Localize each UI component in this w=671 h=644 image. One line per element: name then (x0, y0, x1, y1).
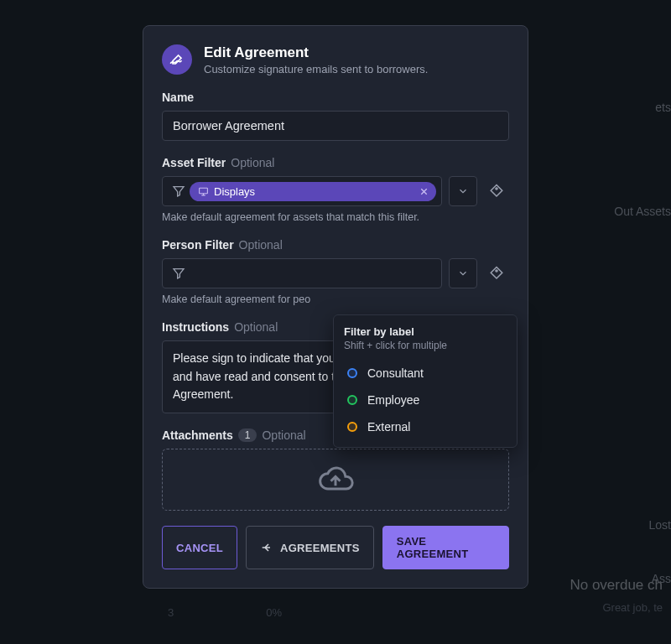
asset-filter-input[interactable]: Displays (162, 176, 442, 206)
modal-header: Edit Agreement Customize signature email… (162, 44, 509, 75)
tag-button[interactable] (484, 176, 509, 206)
modal-subtitle: Customize signature emails sent to borro… (204, 63, 428, 75)
chevron-down-icon (457, 267, 469, 279)
chevron-down-icon (457, 185, 469, 197)
svg-point-2 (496, 270, 497, 272)
field-name: Name (162, 91, 509, 141)
agreements-label: AGREEMENTS (280, 542, 360, 554)
person-filter-hint: Make default agreement for peo (162, 293, 509, 305)
optional-text: Optional (231, 156, 274, 169)
chip-remove-icon[interactable] (419, 186, 429, 197)
filter-by-label-popover: Filter by label Shift + click for multip… (333, 314, 518, 448)
attachments-label: Attachments (162, 428, 233, 442)
upload-cloud-icon (317, 461, 354, 498)
field-asset-filter: Asset Filter Optional Displays (162, 156, 509, 223)
person-filter-input[interactable] (162, 258, 442, 288)
save-label: SAVE AGREEMENT (397, 535, 495, 560)
save-agreement-button[interactable]: SAVE AGREEMENT (382, 526, 509, 569)
label-list: Consultant Employee External (344, 360, 507, 440)
label-text: Employee (367, 393, 419, 407)
bg-overdue-title: No overdue ch (570, 577, 663, 594)
arrow-left-icon (260, 541, 273, 554)
popover-hint: Shift + click for multiple (344, 340, 507, 351)
modal-title: Edit Agreement (204, 44, 428, 61)
attachments-dropzone[interactable] (162, 449, 509, 511)
tag-icon (489, 184, 504, 199)
asset-filter-hint: Make default agreement for assets that m… (162, 211, 509, 223)
bg-stat: 3 (168, 606, 174, 619)
label-option-consultant[interactable]: Consultant (344, 360, 507, 387)
optional-text: Optional (262, 428, 305, 442)
funnel-icon (168, 267, 190, 280)
label-text: External (367, 420, 410, 434)
tag-icon (489, 266, 504, 281)
cancel-button[interactable]: CANCEL (162, 526, 237, 569)
person-filter-dropdown-button[interactable] (449, 258, 477, 288)
label-dot-icon (347, 422, 357, 432)
modal-footer: CANCEL AGREEMENTS SAVE AGREEMENT (162, 526, 509, 569)
label-dot-icon (347, 368, 357, 378)
label-option-external[interactable]: External (344, 413, 507, 440)
label-dot-icon (347, 395, 357, 405)
asset-filter-dropdown-button[interactable] (449, 176, 477, 206)
chip-label: Displays (214, 185, 414, 198)
signature-icon (162, 44, 192, 75)
label-option-employee[interactable]: Employee (344, 387, 507, 413)
bg-overdue-sub: Great job, te (602, 601, 663, 614)
monitor-icon (198, 186, 209, 197)
funnel-icon (168, 184, 190, 198)
edit-agreement-modal: Edit Agreement Customize signature email… (143, 25, 528, 589)
tag-button[interactable] (484, 258, 509, 288)
asset-filter-label: Asset Filter (162, 156, 226, 169)
filter-chip-displays[interactable]: Displays (190, 182, 436, 201)
popover-title: Filter by label (344, 325, 507, 338)
attachments-count: 1 (238, 428, 257, 442)
bg-item: ets (655, 101, 671, 114)
agreements-button[interactable]: AGREEMENTS (246, 526, 374, 569)
optional-text: Optional (239, 238, 283, 252)
name-label: Name (162, 91, 509, 104)
name-input[interactable] (162, 111, 509, 141)
instructions-label: Instructions (162, 320, 229, 334)
svg-point-1 (496, 188, 497, 190)
bg-item: Lost (649, 518, 671, 532)
bg-item: Out Assets (614, 205, 671, 218)
field-person-filter: Person Filter Optional Make default agre… (162, 238, 509, 305)
svg-rect-0 (200, 188, 208, 194)
bg-stat: 0% (266, 606, 282, 619)
optional-text: Optional (234, 320, 278, 334)
person-filter-label: Person Filter (162, 238, 234, 252)
label-text: Consultant (367, 366, 424, 380)
cancel-label: CANCEL (176, 542, 223, 554)
